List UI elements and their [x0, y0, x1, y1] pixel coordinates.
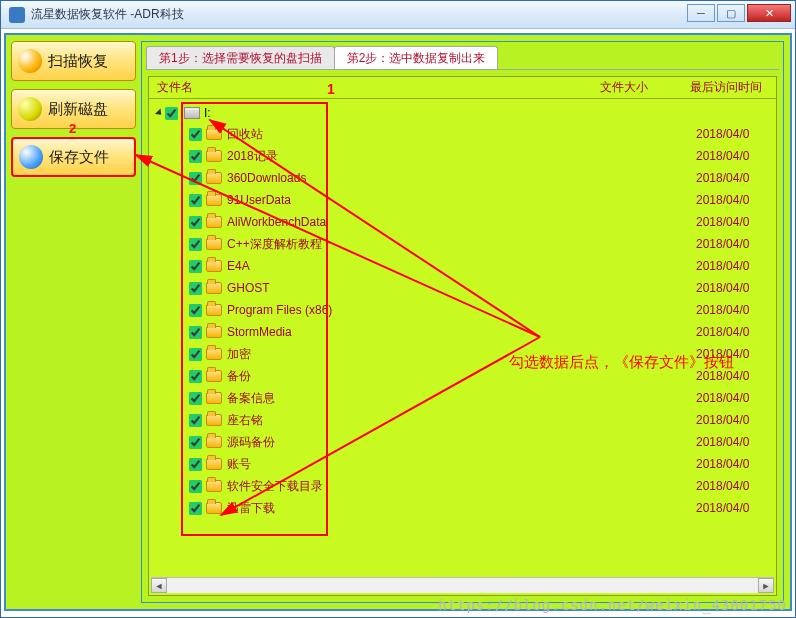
annotation-arrows [6, 35, 790, 609]
close-button[interactable]: ✕ [747, 4, 791, 22]
client-area: 扫描恢复 刷新磁盘 2 保存文件 第1步：选择需要恢复的盘扫描 第2步：选中数据… [4, 33, 792, 611]
watermark: https://blog.csdn.net/weixin_43001750 [438, 597, 787, 613]
svg-line-2 [136, 155, 540, 337]
svg-line-1 [221, 337, 540, 515]
minimize-button[interactable]: ─ [687, 4, 715, 22]
window-title: 流星数据恢复软件 -ADR科技 [31, 6, 184, 23]
maximize-button[interactable]: ▢ [717, 4, 745, 22]
svg-line-0 [210, 120, 540, 337]
window-frame: 流星数据恢复软件 -ADR科技 ─ ▢ ✕ 扫描恢复 刷新磁盘 2 保存文件 [0, 0, 796, 618]
titlebar[interactable]: 流星数据恢复软件 -ADR科技 ─ ▢ ✕ [1, 1, 795, 29]
tab-step2[interactable]: 第2步：选中数据复制出来 [334, 46, 499, 69]
app-icon [9, 7, 25, 23]
